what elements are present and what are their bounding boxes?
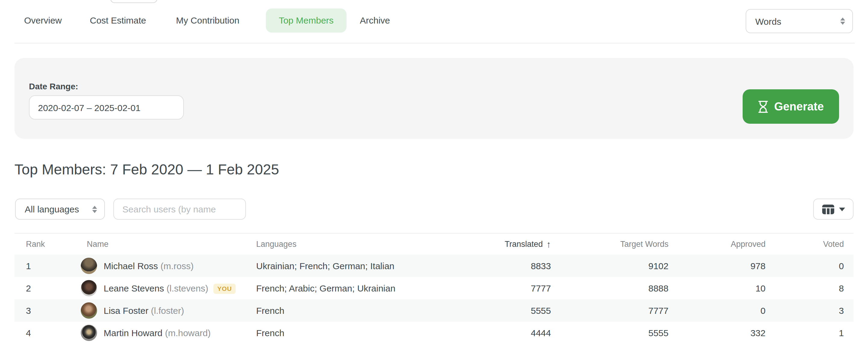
avatar bbox=[81, 303, 97, 319]
member-name: Leane Stevens (l.stevens)YOU bbox=[104, 277, 236, 299]
target-words-value: 9102 bbox=[648, 255, 669, 277]
rank-value: 2 bbox=[26, 277, 31, 299]
translated-value: 8833 bbox=[531, 255, 551, 277]
member-name: Martin Howard (m.howard) bbox=[104, 322, 211, 344]
date-range-input[interactable] bbox=[29, 95, 184, 119]
column-header-languages[interactable]: Languages bbox=[256, 234, 297, 255]
approved-value: 978 bbox=[750, 255, 766, 277]
column-header-name[interactable]: Name bbox=[87, 234, 108, 255]
full-name: Leane Stevens bbox=[104, 283, 164, 293]
target-words-value: 8888 bbox=[648, 277, 669, 299]
avatar bbox=[81, 258, 97, 274]
date-range-label: Date Range: bbox=[29, 82, 78, 91]
voted-value: 1 bbox=[839, 322, 844, 344]
voted-value: 0 bbox=[839, 255, 844, 277]
caret-down-icon bbox=[839, 207, 845, 211]
translated-value: 5555 bbox=[531, 299, 551, 322]
tab-archive[interactable]: Archive bbox=[360, 8, 390, 33]
full-name: Martin Howard bbox=[104, 328, 162, 338]
member-name: Lisa Foster (l.foster) bbox=[104, 299, 184, 322]
tab-top-members[interactable]: Top Members bbox=[266, 8, 347, 33]
avatar bbox=[81, 325, 97, 341]
table-columns-icon bbox=[822, 204, 834, 214]
tabs-divider bbox=[14, 43, 855, 44]
languages-value: French bbox=[256, 322, 284, 344]
table-header-row: Rank Name Languages Translated ↑ Target … bbox=[14, 234, 854, 255]
language-filter-select[interactable]: All languages bbox=[15, 199, 105, 220]
table-row: 3 Lisa Foster (l.foster) French 5555 777… bbox=[14, 299, 854, 322]
column-header-voted[interactable]: Voted bbox=[823, 234, 844, 255]
table-row: 4 Martin Howard (m.howard) French 4444 5… bbox=[14, 322, 854, 344]
approved-value: 10 bbox=[755, 277, 766, 299]
search-input[interactable] bbox=[113, 199, 246, 220]
tab-overview[interactable]: Overview bbox=[24, 8, 62, 33]
column-header-translated[interactable]: Translated ↑ bbox=[504, 234, 551, 255]
hourglass-icon bbox=[758, 101, 769, 113]
generate-button[interactable]: Generate bbox=[743, 89, 839, 124]
approved-value: 332 bbox=[750, 322, 766, 344]
target-words-value: 7777 bbox=[648, 299, 669, 322]
target-words-value: 5555 bbox=[648, 322, 669, 344]
approved-value: 0 bbox=[761, 299, 766, 322]
column-settings-button[interactable] bbox=[813, 199, 854, 220]
username: (l.stevens) bbox=[167, 283, 208, 293]
full-name: Michael Ross bbox=[104, 261, 158, 271]
table-row: 2 Leane Stevens (l.stevens)YOU French; A… bbox=[14, 277, 854, 299]
avatar bbox=[81, 280, 97, 296]
rank-value: 3 bbox=[26, 299, 31, 322]
language-filter-value: All languages bbox=[25, 204, 79, 214]
translated-value: 4444 bbox=[531, 322, 551, 344]
voted-value: 8 bbox=[839, 277, 844, 299]
languages-value: French; Arabic; German; Ukrainian bbox=[256, 277, 396, 299]
translated-value: 7777 bbox=[531, 277, 551, 299]
you-badge: YOU bbox=[214, 284, 236, 294]
tab-cost-estimate[interactable]: Cost Estimate bbox=[90, 8, 146, 33]
rank-value: 1 bbox=[26, 255, 31, 277]
full-name: Lisa Foster bbox=[104, 305, 148, 316]
cutoff-element bbox=[110, 0, 157, 3]
tab-my-contribution[interactable]: My Contribution bbox=[176, 8, 239, 33]
username: (m.ross) bbox=[160, 261, 193, 271]
column-header-target-words[interactable]: Target Words bbox=[620, 234, 669, 255]
select-arrows-icon bbox=[92, 205, 97, 213]
table-row: 1 Michael Ross (m.ross) Ukrainian; Frenc… bbox=[14, 255, 854, 277]
column-header-rank[interactable]: Rank bbox=[26, 234, 45, 255]
select-arrows-icon bbox=[840, 18, 845, 25]
unit-select[interactable]: Words bbox=[746, 9, 853, 33]
languages-value: Ukrainian; French; German; Italian bbox=[256, 255, 395, 277]
reports-page: Overview Cost Estimate My Contribution T… bbox=[0, 0, 868, 344]
username: (m.howard) bbox=[165, 328, 211, 338]
username: (l.foster) bbox=[151, 305, 184, 316]
rank-value: 4 bbox=[26, 322, 31, 344]
languages-value: French bbox=[256, 299, 284, 322]
member-name: Michael Ross (m.ross) bbox=[104, 255, 193, 277]
generate-label: Generate bbox=[774, 100, 824, 113]
sort-ascending-icon: ↑ bbox=[547, 234, 551, 255]
column-header-approved[interactable]: Approved bbox=[731, 234, 766, 255]
voted-value: 3 bbox=[839, 299, 844, 322]
unit-select-value: Words bbox=[755, 16, 781, 26]
page-title: Top Members: 7 Feb 2020 — 1 Feb 2025 bbox=[14, 159, 279, 180]
column-header-translated-label: Translated bbox=[504, 234, 543, 255]
